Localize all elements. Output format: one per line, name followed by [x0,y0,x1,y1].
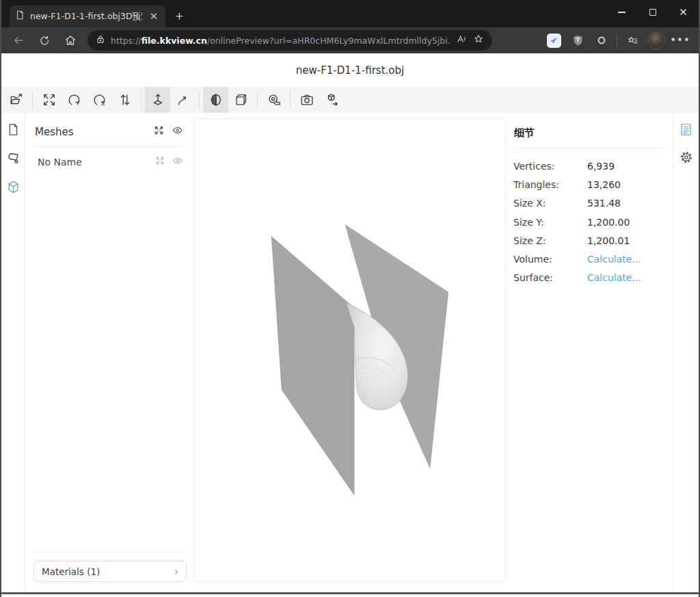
minimize-button[interactable] [606,0,637,25]
divider [33,552,185,553]
detail-label: Triangles: [513,179,587,190]
detail-label: Surface: [513,272,587,283]
tab-title: new-F1-D1-1-first.obj3D预览 [30,11,142,23]
viewer-toolbar: Y Z [1,87,699,113]
active-tab[interactable]: new-F1-D1-1-first.obj3D预览 ✕ [10,5,165,27]
main-content: Meshes No Name [1,113,699,592]
url-path: /onlinePreview?url=aHR0cHM6Ly9maWxlLmtrd… [207,36,450,46]
detail-label: Size X: [513,198,587,209]
translate-extension-icon[interactable] [542,30,565,51]
favorite-star-icon[interactable] [473,34,484,47]
details-panel: 细节 Vertices: 6,939 Triangles: 13,260 Siz… [506,113,673,592]
tab-file-icon [15,10,25,23]
more-menu-icon[interactable]: ••• [669,30,692,51]
details-panel-icon[interactable] [679,122,693,140]
fit-all-icon[interactable] [154,125,164,138]
browser-window: new-F1-D1-1-first.obj3D预览 ✕ ＋ ✕ [0,0,700,597]
detail-row-size-z: Size Z: 1,200.01 [513,231,673,250]
measure-tape-icon[interactable] [261,87,286,113]
detail-value: 13,260 [587,179,621,190]
detail-label: Volume: [513,254,587,265]
detail-row-vertices: Vertices: 6,939 [513,157,673,175]
url-host: file.kkview.cn [142,36,207,46]
detail-label: Size Y: [513,217,587,228]
detail-row-size-y: Size Y: 1,200.00 [513,213,673,231]
toolbar-extensions-area: T ••• [542,30,695,51]
mesh-visibility-eye-icon[interactable] [172,155,184,168]
rotate-y-icon[interactable]: Y [62,87,87,113]
detail-value: 531.48 [587,198,621,209]
detail-value: 1,200.01 [587,235,630,246]
refresh-icon[interactable] [31,30,57,51]
3d-viewport[interactable] [193,118,506,582]
tab-strip: new-F1-D1-1-first.obj3D预览 ✕ ＋ ✕ [1,0,699,27]
fit-view-icon[interactable] [36,87,62,113]
profile-avatar[interactable] [645,30,668,51]
clip-half-icon[interactable] [203,87,228,113]
svg-text:Z: Z [101,101,105,107]
visibility-eye-icon[interactable] [171,125,184,138]
detail-label: Vertices: [513,161,587,172]
svg-text:Y: Y [75,101,79,107]
toolbar-divider [199,91,200,109]
detail-row-triangles: Triangles: 13,260 [513,175,673,194]
toolbar-divider [32,91,33,109]
favorites-hub-icon[interactable] [621,30,644,51]
left-icon-rail [1,113,25,592]
detail-value: 1,200.00 [587,217,630,228]
window-controls: ✕ [606,0,699,25]
panel-spacer [25,176,193,552]
bounding-box-icon[interactable] [228,87,254,113]
url-text[interactable]: https://file.kkview.cn/onlinePreview?url… [111,36,450,46]
read-aloud-icon[interactable] [456,34,468,47]
details-rows: Vertices: 6,939 Triangles: 13,260 Size X… [513,148,673,287]
close-button[interactable]: ✕ [668,0,699,25]
tab-close-icon[interactable]: ✕ [148,10,160,23]
address-bar[interactable]: https://file.kkview.cn/onlinePreview?url… [88,30,492,51]
preview-page: new-F1-D1-1-first.obj Y [1,53,699,592]
meshes-panel: Meshes No Name [25,113,193,592]
detail-row-size-x: Size X: 531.48 [513,194,673,213]
open-model-icon[interactable] [3,87,29,113]
window-bottom-gap [1,594,699,597]
navigation-bar: https://file.kkview.cn/onlinePreview?url… [1,27,699,53]
toolbar-divider [617,34,617,47]
extensions-icon[interactable] [590,30,613,51]
settings-gear-icon[interactable] [679,150,693,167]
meshes-header: Meshes [25,113,193,146]
detail-row-volume: Volume: Calculate... [513,250,673,268]
export-model-icon[interactable] [319,87,345,113]
move-ground-icon[interactable] [145,87,170,113]
model-cube-icon[interactable] [6,180,21,197]
meshes-title: Meshes [35,126,147,138]
rotate-z-icon[interactable]: Z [87,87,112,113]
screenshot-camera-icon[interactable] [294,87,319,113]
toolbar-divider [141,91,142,109]
maximize-button[interactable] [637,0,668,25]
chevron-right-icon: › [174,566,178,578]
file-info-icon[interactable] [7,122,20,140]
tampermonkey-extension-icon[interactable]: T [566,30,589,51]
calculate-surface-link[interactable]: Calculate... [587,272,641,283]
home-icon[interactable] [57,30,83,51]
new-tab-button[interactable]: ＋ [170,6,189,25]
mesh-list-item[interactable]: No Name [25,147,193,176]
lock-icon[interactable] [96,34,105,47]
materials-button-label: Materials (1) [42,566,174,577]
calculate-volume-link[interactable]: Calculate... [587,254,641,265]
flip-vertical-icon[interactable] [112,87,137,113]
materials-sheet-icon[interactable] [6,151,21,168]
fit-mesh-icon[interactable] [155,155,165,168]
back-icon[interactable] [5,30,31,51]
left-plane [271,236,355,496]
detail-label: Size Z: [513,235,587,246]
details-title: 细节 [513,122,673,148]
detail-row-surface: Surface: Calculate... [513,269,673,287]
materials-button[interactable]: Materials (1) › [33,561,187,582]
page-title: new-F1-D1-1-first.obj [1,53,699,87]
3d-model-scene [194,119,505,581]
toolbar-divider [257,91,258,109]
right-icon-rail [673,113,699,592]
url-scheme: https:// [111,36,142,46]
curve-tool-icon[interactable] [170,87,196,113]
